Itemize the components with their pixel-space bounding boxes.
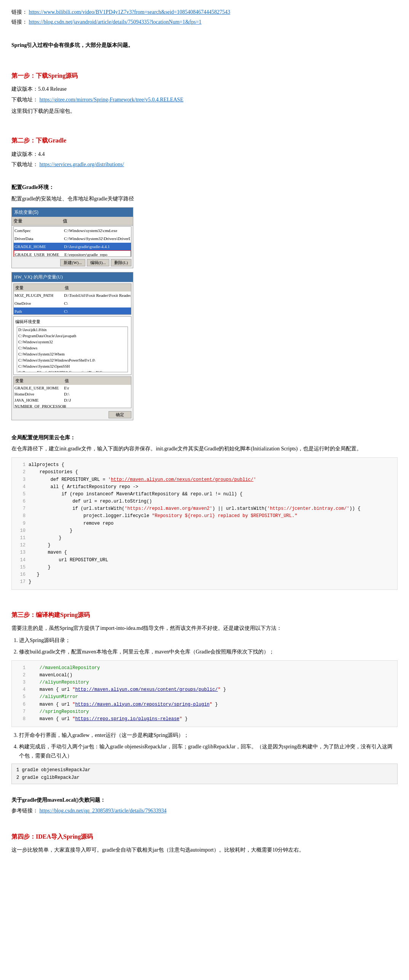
step2-download: 下载地址： https://services.gradle.org/distri… [11, 160, 398, 169]
sys-col-value: 值 [65, 377, 69, 384]
link-line-1: 链接： https://www.bilibili.com/video/BV1PD… [11, 8, 398, 17]
step1-download-label: 下载地址： [11, 97, 38, 102]
link-url-2[interactable]: https://blog.csdn.net/javandroid/article… [29, 19, 202, 25]
user-row-1[interactable]: MOZ_PLUGIN_PATH D:\ToolsUtil\Foxit Reade… [14, 291, 131, 299]
link-line-2: 链接： https://blog.csdn.net/javandroid/art… [11, 18, 398, 27]
env-row-gradle-user-home[interactable]: GRADLE_USER_HOME E:\repository\gradle_re… [14, 250, 131, 257]
env-col-value: 值 [63, 217, 131, 225]
link-label-2: 链接： [11, 19, 27, 25]
user-row-3[interactable]: Path C\ [14, 307, 131, 315]
step3-title: 第三步：编译构建Spring源码 [11, 610, 398, 620]
step3-item-3: 打开命令行界面，输入gradlew，enter运行（这一步是构建Spring源码… [19, 731, 398, 740]
path-item-2[interactable]: C:\Windows\system32 [17, 339, 128, 345]
step3-item-1: 进入Spring源码目录； [19, 636, 398, 645]
path-item-6[interactable]: C:\Windows\System32\OpenSSH [17, 363, 128, 370]
user-var-section: 变量 值 MOZ_PLUGIN_PATH D:\ToolsUtil\Foxit … [13, 283, 131, 315]
btn-ok[interactable]: 确定 [109, 411, 131, 418]
env-window-title-1: 系统变量(S) [12, 208, 133, 217]
step2-download-url[interactable]: https://services.gradle.org/distribution… [40, 162, 124, 167]
edit-var-section: 编辑环境变量 D:\Java\jdk1.8\bin C:\ProgramData… [13, 316, 131, 375]
path-item-1[interactable]: C:\ProgramData\Oracle\Java\javapath [17, 333, 128, 339]
env-table-header-1: 变量 值 [12, 217, 133, 226]
step3-item-4: 构建完成后，手动引入两个jar包：输入gradle objenesisRepac… [19, 742, 398, 761]
path-item-7[interactable]: C:\Program Files (x86)\NVIDIA Corporatio… [17, 370, 128, 372]
link-label-1: 链接： [11, 9, 27, 15]
sys-col-name: 变量 [15, 377, 65, 384]
edit-path-title: 编辑环境变量 [15, 318, 129, 325]
sys-row-3[interactable]: JAVA_HOMED:\J [14, 397, 131, 403]
step1-note: 这里我们下载的是压缩包。 [11, 107, 398, 116]
link-url-1[interactable]: https://www.bilibili.com/video/BV1PD4y1Z… [29, 9, 230, 15]
step3-list: 进入Spring源码目录； 修改build.gradle文件，配置maven本地… [19, 636, 398, 657]
btn-delete[interactable]: 删除(L) [111, 259, 131, 266]
step1-download: 下载地址： https://gitee.com/mirrors/Spring-F… [11, 95, 398, 104]
step2-title: 第二步：下载Gradle [11, 135, 398, 146]
config-gradle-title: 配置Gradle环境： [11, 183, 398, 192]
btn-edit[interactable]: 编辑(I)... [87, 259, 109, 266]
step3-item-2: 修改build.gradle文件，配置maven本地仓库，阿里云仓库，maven… [19, 647, 398, 657]
sys-row-4[interactable]: NUMBER_OF_PROCESSORS8 [14, 403, 131, 408]
maven-local-title: 关于gradle使用mavenLocal()失败问题： [11, 796, 398, 805]
step4-title: 第四步：IDEA导入Spring源码 [11, 831, 398, 842]
sys-var-section-2: 变量 值 GRADLE_USER_HOMEE\r HomeDriveD:\ JA… [13, 376, 131, 408]
maven-local-ref-label: 参考链接： [11, 808, 38, 813]
path-item-3[interactable]: C:\Windows [17, 345, 128, 351]
jar-code: 1 gradle objenesisRepackJar 2 gradle cgl… [11, 764, 398, 785]
jar-line-2: 2 gradle cglibRepackJar [16, 774, 393, 781]
step4-desc: 这一步比较简单，大家直接导入即可。gradle全自动下载相关jar包（注意勾选a… [11, 845, 398, 855]
step1-download-url[interactable]: https://gitee.com/mirrors/Spring-Framewo… [40, 97, 184, 102]
env-buttons-1: 新建(W)... 编辑(I)... 删除(L) [12, 258, 133, 268]
step3-desc: 需要注意的是，虽然Spring官方提供了import-into-idea.md指… [11, 624, 398, 633]
step2-recommend: 建议版本：4.4 [11, 150, 398, 159]
step3-list-2: 打开命令行界面，输入gradlew，enter运行（这一步是构建Spring源码… [19, 731, 398, 760]
path-item-4[interactable]: C:\Windows\System32\Wbem [17, 351, 128, 357]
env-window-1: 系统变量(S) 变量 值 ComSpec C:\Windows\system32… [11, 207, 133, 269]
global-config-code: 1allprojects { 2 repositories { 3 def RE… [11, 457, 398, 590]
intro-text: Spring引入过程中会有很多坑，大部分是版本问题。 [11, 41, 398, 50]
maven-local-ref-url[interactable]: https://blog.csdn.net/qq_23085893/articl… [40, 808, 167, 813]
env-row-driverdata[interactable]: DriverData C:\Windows\System32\Drivers\D… [14, 235, 131, 243]
path-list[interactable]: D:\Java\jdk1.8\bin C:\ProgramData\Oracle… [17, 327, 128, 372]
step1-recommend: 建议版本：5.0.4 Release [11, 85, 398, 94]
env-table-1[interactable]: ComSpec C:\Windows\system32\cmd.exe Driv… [13, 226, 131, 257]
env-buttons-2: 确定 [12, 410, 133, 420]
user-row-2[interactable]: OneDrive C\ [14, 299, 131, 307]
user-col-name: 变量 [15, 284, 65, 291]
path-item-5[interactable]: C:\Windows\System32\WindowsPowerShell\v1… [17, 357, 128, 363]
sys-row-1[interactable]: GRADLE_USER_HOMEE\r [14, 385, 131, 391]
step2-download-label: 下载地址： [11, 162, 38, 167]
build-gradle-code: 1 //mavenLocalRepository 2 mavenLocal() … [11, 660, 398, 727]
jar-line-1: 1 gradle objenesisRepackJar [16, 766, 393, 774]
global-config-desc: 在仓库路径下，建立init.gradle文件，输入下面的内容并保存。init.g… [11, 444, 398, 453]
maven-local-ref: 参考链接： https://blog.csdn.net/qq_23085893/… [11, 806, 398, 815]
env-window-2: HW_VJQ 的用户变量(U) 变量 值 MOZ_PLUGIN_PATH D:\… [11, 272, 133, 420]
env-row-gradle-home[interactable]: GRADLE_HOME D:\Java\gradle\gradle-4.4.1 [14, 243, 131, 251]
global-config-title: 全局配置使用阿里云仓库： [11, 433, 398, 442]
config-gradle-desc: 配置gradle的安装地址、仓库地址和gradle关键字路径 [11, 194, 398, 203]
env-window-title-2: HW_VJQ 的用户变量(U) [12, 272, 133, 282]
env-col-name: 变量 [13, 217, 63, 225]
btn-new[interactable]: 新建(W)... [60, 259, 85, 266]
user-col-value: 值 [65, 284, 69, 291]
path-item-0[interactable]: D:\Java\jdk1.8\bin [17, 327, 128, 333]
env-row-comspec[interactable]: ComSpec C:\Windows\system32\cmd.exe [14, 227, 131, 235]
sys-row-2[interactable]: HomeDriveD:\ [14, 391, 131, 397]
step1-title: 第一步：下载Spring源码 [11, 70, 398, 81]
